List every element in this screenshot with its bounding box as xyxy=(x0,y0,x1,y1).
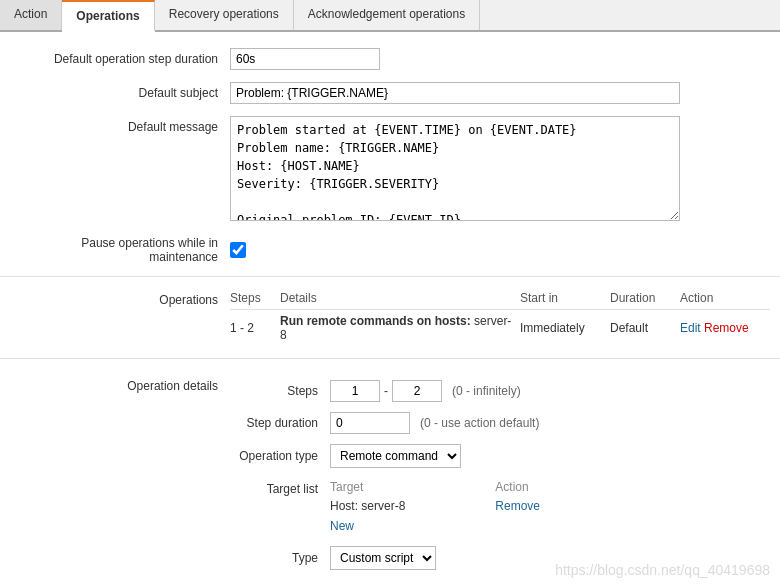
target-list-label: Target list xyxy=(230,478,330,496)
type-select[interactable]: Custom script IPMI SSH Telnet Global scr… xyxy=(330,546,436,570)
operations-table: Steps Details Start in Duration Action 1… xyxy=(230,289,770,346)
step-duration-input[interactable]: 60s xyxy=(230,48,380,70)
step-duration-row: Default operation step duration 60s xyxy=(0,42,780,76)
target-row-new: New xyxy=(330,516,570,536)
tab-operations[interactable]: Operations xyxy=(62,0,154,32)
default-message-row: Default message Problem started at {EVEN… xyxy=(0,110,780,230)
ops-row-details-bold: Run remote commands on hosts: xyxy=(280,314,471,328)
target-new-cell: New xyxy=(330,516,435,536)
divider-2 xyxy=(0,358,780,359)
operation-type-field: Remote command Send message xyxy=(330,444,461,468)
operation-type-label: Operation type xyxy=(230,449,330,463)
target-table: Target Action Host: server-8 xyxy=(330,478,570,536)
ops-table-header-row: Steps Details Start in Duration Action xyxy=(230,289,770,310)
col-details: Details xyxy=(280,289,520,310)
operation-type-select[interactable]: Remote command Send message xyxy=(330,444,461,468)
col-steps: Steps xyxy=(230,289,280,310)
edit-link[interactable]: Edit xyxy=(680,321,701,335)
steps-sep: - xyxy=(384,384,388,398)
op-details-section: Operation details Steps 1 - 2 (0 - infin… xyxy=(0,365,780,575)
pause-maintenance-label: Pause operations while in maintenance xyxy=(10,236,230,264)
target-remove-link[interactable]: Remove xyxy=(495,499,540,513)
ops-row-duration: Default xyxy=(610,310,680,347)
target-header-row: Target Action xyxy=(330,478,570,496)
step-duration-detail-row: Step duration 0 (0 - use action default) xyxy=(230,407,770,439)
target-row-1: Host: server-8 Remove xyxy=(330,496,570,516)
tab-bar: Action Operations Recovery operations Ac… xyxy=(0,0,780,32)
op-details-label: Operation details xyxy=(10,375,230,393)
pause-maintenance-checkbox[interactable] xyxy=(230,242,246,258)
divider-1 xyxy=(0,276,780,277)
type-field: Custom script IPMI SSH Telnet Global scr… xyxy=(330,546,436,570)
operation-type-row: Operation type Remote command Send messa… xyxy=(230,439,770,473)
type-label: Type xyxy=(230,551,330,565)
default-subject-row: Default subject Problem: {TRIGGER.NAME} xyxy=(0,76,780,110)
op-steps-field: 1 - 2 (0 - infinitely) xyxy=(330,380,521,402)
col-startin: Start in xyxy=(520,289,610,310)
step-duration-label: Default operation step duration xyxy=(10,48,230,66)
steps-hint: (0 - infinitely) xyxy=(452,384,521,398)
target-new-link[interactable]: New xyxy=(330,519,354,533)
operations-label: Operations xyxy=(10,289,230,307)
step-duration-detail-label: Step duration xyxy=(230,416,330,430)
ops-row-actions: Edit Remove xyxy=(680,310,770,347)
target-col-target: Target xyxy=(330,478,435,496)
step-duration-detail-input[interactable]: 0 xyxy=(330,412,410,434)
operations-table-wrap: Steps Details Start in Duration Action 1… xyxy=(230,289,770,346)
steps-from-input[interactable]: 1 xyxy=(330,380,380,402)
default-message-textarea[interactable]: Problem started at {EVENT.TIME} on {EVEN… xyxy=(230,116,680,221)
tab-recovery[interactable]: Recovery operations xyxy=(155,0,294,30)
pause-maintenance-row: Pause operations while in maintenance xyxy=(0,230,780,270)
col-action: Action xyxy=(680,289,770,310)
step-duration-hint: (0 - use action default) xyxy=(420,416,539,430)
target-list-row: Target list Target Action xyxy=(230,473,770,541)
op-steps-row: Steps 1 - 2 (0 - infinitely) xyxy=(230,375,770,407)
steps-to-input[interactable]: 2 xyxy=(392,380,442,402)
operations-header: Operations Steps Details Start in Durati… xyxy=(10,289,770,346)
remove-link[interactable]: Remove xyxy=(704,321,749,335)
default-subject-label: Default subject xyxy=(10,82,230,100)
col-duration: Duration xyxy=(610,289,680,310)
step-duration-field: 60s xyxy=(230,48,770,70)
tab-acknowledgement[interactable]: Acknowledgement operations xyxy=(294,0,480,30)
default-subject-input[interactable]: Problem: {TRIGGER.NAME} xyxy=(230,82,680,104)
target-remove-cell: Remove xyxy=(435,496,570,516)
ops-row-startin: Immediately xyxy=(520,310,610,347)
target-list-body: Target Action Host: server-8 xyxy=(330,478,570,536)
ops-row-details: Run remote commands on hosts: server-8 xyxy=(280,310,520,347)
op-steps-label: Steps xyxy=(230,384,330,398)
ops-row-steps: 1 - 2 xyxy=(230,310,280,347)
default-message-label: Default message xyxy=(10,116,230,134)
default-subject-field: Problem: {TRIGGER.NAME} xyxy=(230,82,770,104)
main-content: Default operation step duration 60s Defa… xyxy=(0,32,780,585)
target-col-action: Action xyxy=(435,478,570,496)
ops-row-1: 1 - 2 Run remote commands on hosts: serv… xyxy=(230,310,770,347)
default-message-field: Problem started at {EVENT.TIME} on {EVEN… xyxy=(230,116,770,224)
operations-section: Operations Steps Details Start in Durati… xyxy=(0,283,780,352)
type-row: Type Custom script IPMI SSH Telnet Globa… xyxy=(230,541,770,575)
step-duration-detail-field: 0 (0 - use action default) xyxy=(330,412,539,434)
target-host: Host: server-8 xyxy=(330,496,435,516)
op-details-body: Steps 1 - 2 (0 - infinitely) Step durati… xyxy=(230,375,770,575)
tab-action[interactable]: Action xyxy=(0,0,62,30)
